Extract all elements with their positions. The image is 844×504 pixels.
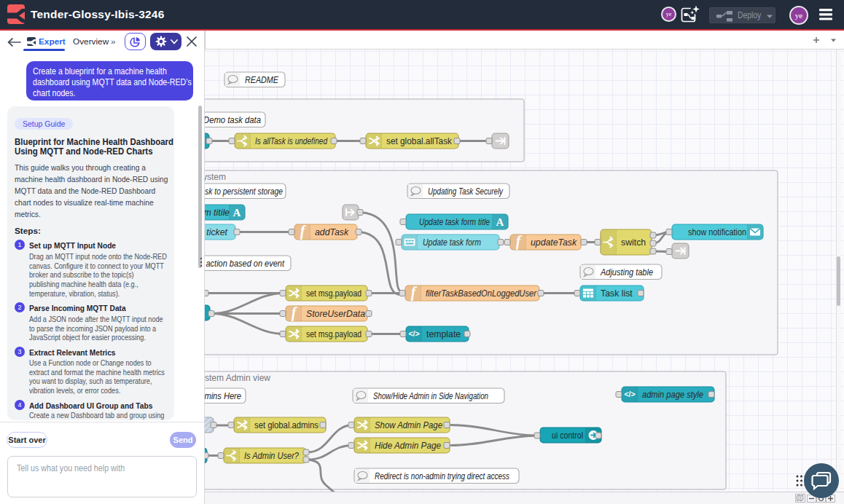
svg-text:A: A — [496, 216, 504, 228]
svg-text:README: README — [245, 75, 279, 85]
svg-text:show notification: show notification — [688, 227, 746, 237]
svg-text:set global.admins: set global.admins — [254, 420, 319, 430]
svg-text:A: A — [233, 207, 241, 218]
svg-text:Adjusting table: Adjusting table — [600, 267, 653, 277]
svg-text:Show/Hide Admin in Side Naviga: Show/Hide Admin in Side Navigation — [373, 391, 488, 401]
svg-text:StoreUserData: StoreUserData — [306, 309, 365, 319]
svg-text:set msg.payload: set msg.payload — [306, 329, 362, 339]
svg-text:Update task form: Update task form — [423, 237, 481, 248]
svg-text:Is Admin User?: Is Admin User? — [244, 451, 299, 461]
svg-text:Task list: Task list — [601, 288, 633, 299]
svg-text:template: template — [426, 329, 461, 339]
svg-text:Update task form title: Update task form title — [419, 217, 490, 227]
svg-text:</>: </> — [624, 390, 635, 398]
svg-text:Take action based on event: Take action based on event — [205, 259, 285, 269]
svg-text:Add ticket: Add ticket — [205, 227, 228, 237]
svg-text:System Admin view: System Admin view — [205, 373, 270, 383]
svg-text:</>: </> — [408, 329, 419, 338]
svg-text:admin page style: admin page style — [642, 390, 703, 400]
svg-text:Hide Admin Page: Hide Admin Page — [375, 441, 441, 451]
svg-text:Demo task data: Demo task data — [205, 115, 261, 125]
svg-text:Updating Task Securely: Updating Task Securely — [428, 186, 504, 197]
svg-text:updateTask: updateTask — [531, 237, 577, 248]
svg-text:addTask: addTask — [315, 227, 349, 237]
svg-text:Redirect is non-admin trying d: Redirect is non-admin trying direct acce… — [375, 471, 509, 481]
svg-text:set msg.payload: set msg.payload — [306, 288, 362, 299]
svg-text:Saving task to persistent stor: Saving task to persistent storage — [205, 186, 283, 197]
svg-text:Is allTask is undefined: Is allTask is undefined — [255, 136, 328, 146]
svg-text:switch: switch — [621, 237, 646, 248]
svg-text:set global.allTask: set global.allTask — [386, 136, 453, 146]
svg-text:ui control: ui control — [552, 430, 583, 441]
svg-text:Task system: Task system — [205, 172, 226, 182]
svg-text:filterTaskBasedOnLoggedUser: filterTaskBasedOnLoggedUser — [426, 288, 537, 299]
svg-text:Update form titile: Update form titile — [205, 208, 230, 218]
svg-text:Show Admin Page: Show Admin Page — [375, 420, 442, 430]
svg-text:Manage Admins Here: Manage Admins Here — [205, 391, 241, 401]
